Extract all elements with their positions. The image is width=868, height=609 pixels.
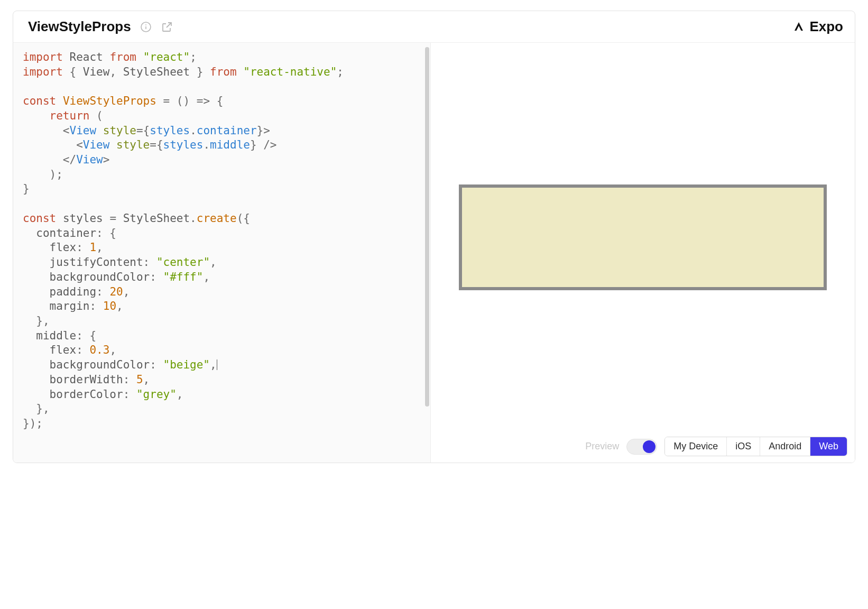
preview-label: Preview — [585, 441, 619, 452]
preview-footer: Preview My DeviceiOSAndroidWeb — [431, 431, 855, 463]
toggle-knob — [643, 440, 655, 453]
preview-stage — [431, 43, 855, 431]
platform-tab-my-device[interactable]: My Device — [665, 437, 727, 456]
platform-tab-web[interactable]: Web — [810, 437, 847, 456]
code-editor[interactable]: import React from "react"; import { View… — [13, 43, 431, 463]
preview-rendered-box — [459, 184, 827, 290]
platform-segmented-control: My DeviceiOSAndroidWeb — [664, 437, 847, 456]
svg-point-2 — [145, 24, 146, 25]
info-icon[interactable] — [140, 21, 152, 33]
platform-tab-android[interactable]: Android — [760, 437, 810, 456]
snack-title: ViewStyleProps — [28, 19, 131, 35]
preview-pane: Preview My DeviceiOSAndroidWeb — [431, 43, 855, 463]
code-content: import React from "react"; import { View… — [23, 50, 421, 431]
preview-toggle[interactable] — [626, 439, 657, 455]
expo-label: Expo — [809, 19, 843, 35]
header: ViewStyleProps — [13, 11, 855, 43]
text-cursor — [217, 359, 217, 370]
snack-panel: ViewStyleProps — [13, 11, 855, 463]
expo-logo-icon — [792, 21, 805, 33]
editor-scrollbar[interactable] — [425, 47, 429, 407]
platform-tab-ios[interactable]: iOS — [727, 437, 760, 456]
expo-brand[interactable]: Expo — [792, 19, 843, 35]
external-link-icon[interactable] — [161, 21, 173, 33]
